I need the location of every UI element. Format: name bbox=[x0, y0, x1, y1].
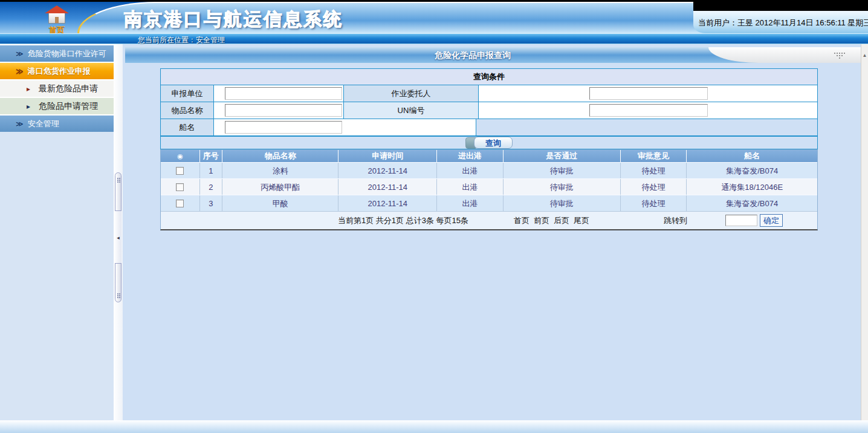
col-header-approval-opinion: 审批意见 bbox=[621, 150, 687, 162]
form-filler-cell bbox=[476, 119, 817, 135]
item-name-cell: 涂料 bbox=[222, 163, 339, 178]
system-title: 南京港口与航运信息系统 bbox=[124, 7, 343, 32]
item-name-input[interactable] bbox=[225, 104, 342, 117]
col-header-seq: 序号 bbox=[200, 150, 222, 162]
search-button[interactable]: 查询 bbox=[465, 137, 513, 149]
select-all-icon: ◉ bbox=[177, 152, 183, 160]
apply-time-cell: 2012-11-14 bbox=[338, 163, 437, 178]
passed-cell: 待审批 bbox=[504, 195, 621, 211]
breadcrumb-bar: 您当前所在位置：安全管理 bbox=[0, 33, 868, 44]
sidebar-item-dangerous-goods-port-permit[interactable]: ≫ 危险货物港口作业许可 bbox=[0, 45, 114, 62]
splitter-collapse-button[interactable]: ◂ bbox=[115, 210, 121, 264]
checkbox-cell bbox=[161, 163, 200, 178]
sidebar-item-newest-dangerous-apply[interactable]: ▸ 最新危险品申请 bbox=[0, 80, 114, 97]
query-conditions-title: 查询条件 bbox=[161, 69, 817, 85]
page-title: 危险化学品申报查询 bbox=[125, 47, 820, 63]
table-header-row: ◉ 序号 物品名称 申请时间 进出港 是否通过 审批意见 船名 bbox=[161, 150, 817, 162]
col-header-apply-time: 申请时间 bbox=[338, 150, 437, 162]
results-table: ◉ 序号 物品名称 申请时间 进出港 是否通过 审批意见 船名 1 涂料 201… bbox=[160, 149, 818, 230]
menu-arrow-icon: ≫ bbox=[16, 46, 25, 62]
declare-unit-cell bbox=[213, 85, 343, 102]
item-name-cell bbox=[213, 102, 343, 119]
pagination-summary: 当前第1页 共分1页 总计3条 每页15条 bbox=[338, 215, 468, 226]
work-client-input[interactable] bbox=[589, 87, 708, 100]
query-form: 查询条件 申报单位 作业委托人 物品名称 UN编号 船名 bbox=[160, 68, 818, 136]
select-all-header[interactable]: ◉ bbox=[161, 150, 200, 162]
checkbox-cell bbox=[161, 179, 200, 195]
checkbox-cell bbox=[161, 195, 200, 211]
pagination-bar: 当前第1页 共分1页 总计3条 每页15条 首页 前页 后页 尾页 跳转到 确定 bbox=[161, 211, 817, 229]
panel-titlebar: 危险化学品申报查询 bbox=[125, 47, 861, 63]
menu-arrow-icon: ≫ bbox=[16, 63, 25, 80]
declare-unit-label: 申报单位 bbox=[161, 85, 213, 102]
inout-port-cell: 出港 bbox=[437, 195, 504, 211]
jump-confirm-button[interactable]: 确定 bbox=[760, 214, 783, 227]
apply-time-cell: 2012-11-14 bbox=[338, 179, 437, 195]
home-label: 首页 bbox=[35, 25, 79, 33]
splitter-grip-icon bbox=[117, 293, 118, 295]
frame-splitter[interactable]: ◂ bbox=[114, 44, 123, 420]
ship-link[interactable]: 通海集18/12046E bbox=[687, 179, 817, 195]
submenu-arrow-icon: ▸ bbox=[27, 99, 36, 115]
sidebar: ≫ 危险货物港口作业许可 ≫ 港口危货作业申报 ▸ 最新危险品申请 ▸ 危险品申… bbox=[0, 44, 114, 420]
ship-name-input[interactable] bbox=[225, 121, 342, 134]
opinion-cell: 待处理 bbox=[621, 179, 687, 195]
sidebar-item-safety-manage[interactable]: ≫ 安全管理 bbox=[0, 116, 114, 132]
work-client-cell bbox=[478, 85, 817, 102]
search-button-bar: 查询 bbox=[160, 136, 818, 149]
pagination-next-link[interactable]: 后页 bbox=[554, 215, 569, 226]
app-header: 首页 南京港口与航运信息系统 当前用户：王昱 2012年11月14日 16:56… bbox=[0, 2, 868, 33]
form-row: 物品名称 UN编号 bbox=[161, 102, 817, 119]
ship-link[interactable]: 集海奋发/B074 bbox=[687, 163, 817, 178]
declare-unit-input[interactable] bbox=[225, 87, 342, 100]
seq-cell: 1 bbox=[200, 163, 222, 178]
col-header-item-name: 物品名称 bbox=[222, 150, 339, 162]
table-row: 2 丙烯酸甲酯 2012-11-14 出港 待审批 待处理 通海集18/1204… bbox=[161, 178, 817, 195]
table-row: 3 甲酸 2012-11-14 出港 待审批 待处理 集海奋发/B074 bbox=[161, 195, 817, 211]
footer-bar bbox=[0, 420, 868, 433]
row-checkbox[interactable] bbox=[176, 183, 184, 191]
splitter-handle[interactable]: ◂ bbox=[115, 172, 121, 302]
pagination-last-link[interactable]: 尾页 bbox=[574, 215, 589, 226]
pagination-prev-link[interactable]: 前页 bbox=[534, 215, 549, 226]
menu-arrow-icon: ≫ bbox=[16, 116, 25, 132]
item-name-label: 物品名称 bbox=[161, 102, 213, 119]
apply-time-cell: 2012-11-14 bbox=[338, 195, 437, 211]
splitter-grip-icon bbox=[117, 178, 118, 179]
ship-link[interactable]: 集海奋发/B074 bbox=[687, 195, 817, 211]
sidebar-menu: ≫ 危险货物港口作业许可 ≫ 港口危货作业申报 ▸ 最新危险品申请 ▸ 危险品申… bbox=[0, 44, 114, 132]
home-button[interactable]: 首页 bbox=[35, 4, 79, 33]
col-header-ship-name: 船名 bbox=[687, 150, 817, 162]
pagination-nav: 首页 前页 后页 尾页 bbox=[514, 215, 589, 226]
form-row: 船名 bbox=[161, 119, 817, 135]
sidebar-item-label: 最新危险品申请 bbox=[39, 83, 98, 93]
un-code-label: UN编号 bbox=[343, 102, 478, 119]
titlebar-grip-icon[interactable] bbox=[839, 53, 840, 54]
pagination-first-link[interactable]: 首页 bbox=[514, 215, 530, 226]
sidebar-item-dangerous-apply-manage[interactable]: ▸ 危险品申请管理 bbox=[0, 98, 114, 114]
home-icon bbox=[48, 13, 65, 24]
sidebar-item-port-danger-work-declare[interactable]: ≫ 港口危货作业申报 bbox=[0, 63, 114, 79]
inout-port-cell: 出港 bbox=[437, 179, 504, 195]
jump-page-input[interactable] bbox=[725, 215, 757, 226]
row-checkbox[interactable] bbox=[176, 167, 184, 175]
user-panel: 当前用户：王昱 2012年11月14日 16:56:11 星期三 bbox=[693, 2, 868, 33]
col-header-passed: 是否通过 bbox=[504, 150, 621, 162]
submenu-arrow-icon: ▸ bbox=[27, 81, 36, 97]
inout-port-cell: 出港 bbox=[437, 163, 504, 178]
item-name-cell: 甲酸 bbox=[222, 195, 339, 211]
opinion-cell: 待处理 bbox=[621, 195, 687, 211]
passed-cell: 待审批 bbox=[504, 179, 621, 195]
scroll-up-icon[interactable]: ▲ bbox=[861, 53, 868, 58]
vertical-scrollbar[interactable]: ▲ bbox=[861, 44, 868, 420]
row-checkbox[interactable] bbox=[176, 200, 184, 207]
col-header-inout-port: 进出港 bbox=[437, 150, 504, 162]
ship-name-label: 船名 bbox=[161, 119, 213, 135]
sidebar-item-label: 安全管理 bbox=[28, 119, 59, 128]
seq-cell: 3 bbox=[200, 195, 222, 211]
passed-cell: 待审批 bbox=[504, 163, 621, 178]
main-content: 危险化学品申报查询 查询条件 申报单位 作业委托人 物品名称 UN编号 船 bbox=[123, 44, 861, 420]
un-code-input[interactable] bbox=[589, 104, 708, 117]
sidebar-item-label: 危险货物港口作业许可 bbox=[28, 49, 106, 58]
collapse-left-icon: ◂ bbox=[117, 235, 120, 241]
